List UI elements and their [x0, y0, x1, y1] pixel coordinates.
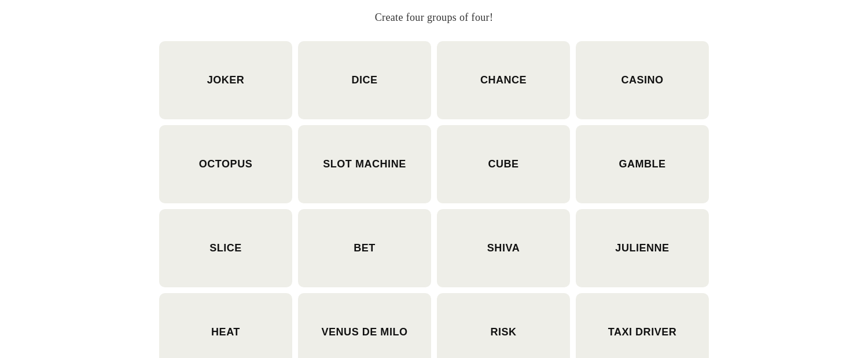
grid-cell-slot-machine[interactable]: SLOT MACHINE — [298, 125, 431, 203]
grid-cell-risk[interactable]: RISK — [437, 293, 570, 358]
cell-label-joker: JOKER — [207, 74, 245, 87]
grid-cell-gamble[interactable]: GAMBLE — [576, 125, 709, 203]
cell-label-octopus: OCTOPUS — [199, 158, 252, 171]
grid-cell-joker[interactable]: JOKER — [159, 41, 292, 119]
grid-cell-julienne[interactable]: JULIENNE — [576, 209, 709, 287]
cell-label-heat: HEAT — [211, 326, 240, 339]
cell-label-slice: SLICE — [209, 242, 242, 255]
cell-label-casino: CASINO — [621, 74, 663, 87]
cell-label-slot-machine: SLOT MACHINE — [323, 158, 406, 171]
cell-label-shiva: SHIVA — [487, 242, 520, 255]
grid-cell-slice[interactable]: SLICE — [159, 209, 292, 287]
grid-cell-cube[interactable]: CUBE — [437, 125, 570, 203]
grid-cell-heat[interactable]: HEAT — [159, 293, 292, 358]
grid-cell-shiva[interactable]: SHIVA — [437, 209, 570, 287]
grid-cell-octopus[interactable]: OCTOPUS — [159, 125, 292, 203]
grid-cell-chance[interactable]: CHANCE — [437, 41, 570, 119]
cell-label-gamble: GAMBLE — [619, 158, 665, 171]
subtitle: Create four groups of four! — [375, 12, 494, 24]
cell-label-venus-de-milo: VENUS DE MILO — [321, 326, 407, 339]
grid-cell-casino[interactable]: CASINO — [576, 41, 709, 119]
grid-cell-venus-de-milo[interactable]: VENUS DE MILO — [298, 293, 431, 358]
grid-cell-bet[interactable]: BET — [298, 209, 431, 287]
cell-label-chance: CHANCE — [480, 74, 527, 87]
cell-label-taxi-driver: TAXI DRIVER — [608, 326, 677, 339]
cell-label-cube: CUBE — [488, 158, 518, 171]
cell-label-dice: DICE — [351, 74, 377, 87]
word-grid: JOKERDICECHANCECASINOOCTOPUSSLOT MACHINE… — [153, 35, 715, 358]
grid-cell-taxi-driver[interactable]: TAXI DRIVER — [576, 293, 709, 358]
grid-cell-dice[interactable]: DICE — [298, 41, 431, 119]
cell-label-risk: RISK — [490, 326, 516, 339]
cell-label-bet: BET — [354, 242, 376, 255]
cell-label-julienne: JULIENNE — [615, 242, 669, 255]
